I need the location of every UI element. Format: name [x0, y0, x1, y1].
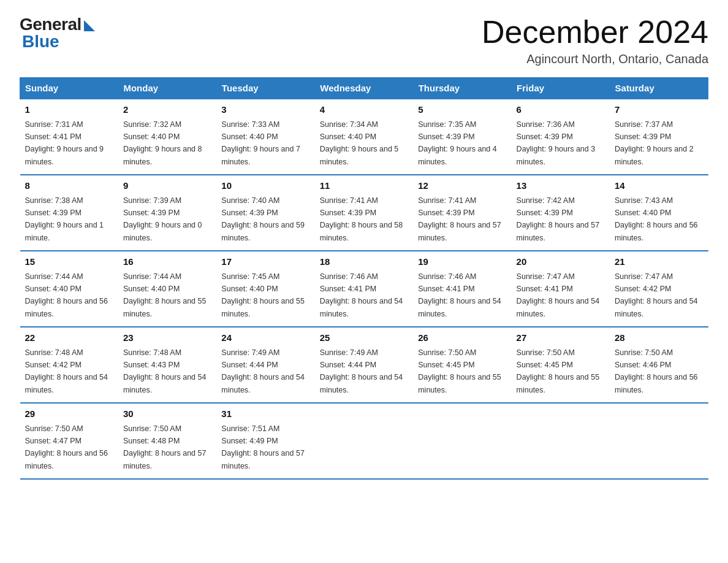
day-number: 18	[320, 255, 408, 269]
col-header-wednesday: Wednesday	[315, 78, 413, 99]
day-number: 14	[615, 179, 703, 193]
logo-blue-text: Blue	[20, 32, 59, 52]
day-number: 11	[320, 179, 408, 193]
calendar-cell: 16Sunrise: 7:44 AMSunset: 4:40 PMDayligh…	[118, 251, 216, 327]
calendar-cell: 15Sunrise: 7:44 AMSunset: 4:40 PMDayligh…	[20, 251, 118, 327]
calendar-cell: 8Sunrise: 7:38 AMSunset: 4:39 PMDaylight…	[20, 175, 118, 251]
day-number: 21	[615, 255, 703, 269]
day-info: Sunrise: 7:43 AMSunset: 4:40 PMDaylight:…	[615, 196, 698, 242]
calendar-cell	[315, 403, 413, 479]
calendar-cell: 5Sunrise: 7:35 AMSunset: 4:39 PMDaylight…	[413, 99, 511, 175]
day-info: Sunrise: 7:39 AMSunset: 4:39 PMDaylight:…	[123, 196, 202, 242]
calendar-cell: 3Sunrise: 7:33 AMSunset: 4:40 PMDaylight…	[216, 99, 314, 175]
calendar-cell: 6Sunrise: 7:36 AMSunset: 4:39 PMDaylight…	[512, 99, 610, 175]
day-info: Sunrise: 7:47 AMSunset: 4:42 PMDaylight:…	[615, 272, 698, 318]
calendar-cell: 25Sunrise: 7:49 AMSunset: 4:44 PMDayligh…	[315, 327, 413, 403]
day-info: Sunrise: 7:33 AMSunset: 4:40 PMDaylight:…	[221, 120, 300, 166]
day-number: 19	[418, 255, 506, 269]
col-header-tuesday: Tuesday	[216, 78, 314, 99]
day-number: 17	[221, 255, 309, 269]
day-info: Sunrise: 7:50 AMSunset: 4:45 PMDaylight:…	[517, 348, 600, 394]
day-info: Sunrise: 7:42 AMSunset: 4:39 PMDaylight:…	[517, 196, 600, 242]
day-number: 26	[418, 331, 506, 345]
calendar-cell: 19Sunrise: 7:46 AMSunset: 4:41 PMDayligh…	[413, 251, 511, 327]
day-info: Sunrise: 7:37 AMSunset: 4:39 PMDaylight:…	[615, 120, 694, 166]
day-info: Sunrise: 7:31 AMSunset: 4:41 PMDaylight:…	[25, 120, 104, 166]
calendar-cell	[413, 403, 511, 479]
col-header-thursday: Thursday	[413, 78, 511, 99]
day-info: Sunrise: 7:45 AMSunset: 4:40 PMDaylight:…	[221, 272, 305, 318]
day-info: Sunrise: 7:38 AMSunset: 4:39 PMDaylight:…	[25, 196, 104, 242]
day-number: 7	[615, 103, 703, 117]
day-info: Sunrise: 7:50 AMSunset: 4:46 PMDaylight:…	[615, 348, 698, 394]
week-row-4: 22Sunrise: 7:48 AMSunset: 4:42 PMDayligh…	[20, 327, 708, 403]
day-number: 10	[221, 179, 309, 193]
day-number: 3	[221, 103, 309, 117]
col-header-saturday: Saturday	[610, 78, 708, 99]
day-info: Sunrise: 7:34 AMSunset: 4:40 PMDaylight:…	[320, 120, 399, 166]
day-info: Sunrise: 7:41 AMSunset: 4:39 PMDaylight:…	[320, 196, 403, 242]
calendar-cell: 27Sunrise: 7:50 AMSunset: 4:45 PMDayligh…	[512, 327, 610, 403]
calendar-cell: 23Sunrise: 7:48 AMSunset: 4:43 PMDayligh…	[118, 327, 216, 403]
calendar-cell: 14Sunrise: 7:43 AMSunset: 4:40 PMDayligh…	[610, 175, 708, 251]
day-info: Sunrise: 7:48 AMSunset: 4:42 PMDaylight:…	[25, 348, 108, 394]
calendar-cell: 21Sunrise: 7:47 AMSunset: 4:42 PMDayligh…	[610, 251, 708, 327]
calendar-cell: 9Sunrise: 7:39 AMSunset: 4:39 PMDaylight…	[118, 175, 216, 251]
day-info: Sunrise: 7:50 AMSunset: 4:45 PMDaylight:…	[418, 348, 501, 394]
day-number: 2	[123, 103, 211, 117]
calendar-cell: 12Sunrise: 7:41 AMSunset: 4:39 PMDayligh…	[413, 175, 511, 251]
day-number: 25	[320, 331, 408, 345]
day-info: Sunrise: 7:49 AMSunset: 4:44 PMDaylight:…	[320, 348, 403, 394]
calendar-header: SundayMondayTuesdayWednesdayThursdayFrid…	[20, 78, 708, 99]
day-number: 28	[615, 331, 703, 345]
day-number: 31	[221, 407, 309, 421]
calendar-body: 1Sunrise: 7:31 AMSunset: 4:41 PMDaylight…	[20, 99, 708, 479]
day-number: 20	[517, 255, 605, 269]
calendar-cell	[610, 403, 708, 479]
day-number: 13	[517, 179, 605, 193]
week-row-2: 8Sunrise: 7:38 AMSunset: 4:39 PMDaylight…	[20, 175, 708, 251]
calendar-cell	[512, 403, 610, 479]
days-of-week-row: SundayMondayTuesdayWednesdayThursdayFrid…	[20, 78, 708, 99]
week-row-1: 1Sunrise: 7:31 AMSunset: 4:41 PMDaylight…	[20, 99, 708, 175]
day-number: 27	[517, 331, 605, 345]
day-number: 16	[123, 255, 211, 269]
day-number: 4	[320, 103, 408, 117]
day-info: Sunrise: 7:44 AMSunset: 4:40 PMDaylight:…	[123, 272, 207, 318]
calendar-cell: 28Sunrise: 7:50 AMSunset: 4:46 PMDayligh…	[610, 327, 708, 403]
day-number: 29	[25, 407, 113, 421]
calendar-table: SundayMondayTuesdayWednesdayThursdayFrid…	[20, 77, 708, 480]
calendar-cell: 20Sunrise: 7:47 AMSunset: 4:41 PMDayligh…	[512, 251, 610, 327]
location-subtitle: Agincourt North, Ontario, Canada	[482, 52, 708, 66]
day-info: Sunrise: 7:48 AMSunset: 4:43 PMDaylight:…	[123, 348, 207, 394]
calendar-cell: 17Sunrise: 7:45 AMSunset: 4:40 PMDayligh…	[216, 251, 314, 327]
col-header-monday: Monday	[118, 78, 216, 99]
calendar-cell: 10Sunrise: 7:40 AMSunset: 4:39 PMDayligh…	[216, 175, 314, 251]
month-title: December 2024	[482, 15, 708, 50]
day-number: 15	[25, 255, 113, 269]
day-number: 23	[123, 331, 211, 345]
day-number: 9	[123, 179, 211, 193]
day-number: 30	[123, 407, 211, 421]
day-info: Sunrise: 7:32 AMSunset: 4:40 PMDaylight:…	[123, 120, 202, 166]
calendar-cell: 24Sunrise: 7:49 AMSunset: 4:44 PMDayligh…	[216, 327, 314, 403]
day-info: Sunrise: 7:40 AMSunset: 4:39 PMDaylight:…	[221, 196, 305, 242]
day-info: Sunrise: 7:36 AMSunset: 4:39 PMDaylight:…	[517, 120, 596, 166]
col-header-friday: Friday	[512, 78, 610, 99]
day-number: 6	[517, 103, 605, 117]
calendar-cell: 13Sunrise: 7:42 AMSunset: 4:39 PMDayligh…	[512, 175, 610, 251]
day-info: Sunrise: 7:49 AMSunset: 4:44 PMDaylight:…	[221, 348, 305, 394]
calendar-cell: 4Sunrise: 7:34 AMSunset: 4:40 PMDaylight…	[315, 99, 413, 175]
calendar-cell: 30Sunrise: 7:50 AMSunset: 4:48 PMDayligh…	[118, 403, 216, 479]
calendar-cell: 22Sunrise: 7:48 AMSunset: 4:42 PMDayligh…	[20, 327, 118, 403]
week-row-5: 29Sunrise: 7:50 AMSunset: 4:47 PMDayligh…	[20, 403, 708, 479]
day-number: 12	[418, 179, 506, 193]
day-info: Sunrise: 7:46 AMSunset: 4:41 PMDaylight:…	[418, 272, 501, 318]
day-info: Sunrise: 7:44 AMSunset: 4:40 PMDaylight:…	[25, 272, 108, 318]
logo-triangle-icon	[84, 20, 95, 31]
day-number: 8	[25, 179, 113, 193]
week-row-3: 15Sunrise: 7:44 AMSunset: 4:40 PMDayligh…	[20, 251, 708, 327]
logo: General Blue	[20, 15, 95, 52]
calendar-cell: 18Sunrise: 7:46 AMSunset: 4:41 PMDayligh…	[315, 251, 413, 327]
day-info: Sunrise: 7:50 AMSunset: 4:47 PMDaylight:…	[25, 424, 108, 470]
